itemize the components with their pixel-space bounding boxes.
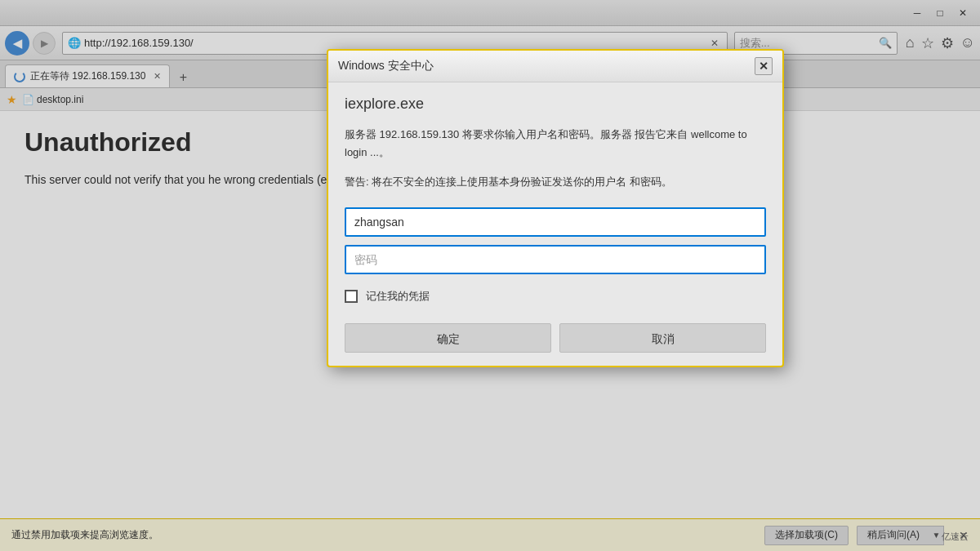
dialog-titlebar: Windows 安全中心 ✕ [328, 51, 782, 82]
dialog-warning: 警告: 将在不安全的连接上使用基本身份验证发送你的用户名 和密码。 [345, 173, 766, 191]
dialog-app-name: iexplore.exe [345, 96, 766, 113]
dialog-message: 服务器 192.168.159.130 将要求你输入用户名和密码。服务器 报告它… [345, 126, 766, 162]
modal-overlay: Windows 安全中心 ✕ iexplore.exe 服务器 192.168.… [0, 0, 980, 551]
cancel-button[interactable]: 取消 [559, 323, 766, 353]
dialog-buttons: 确定 取消 [345, 323, 766, 353]
dialog-title-text: Windows 安全中心 [338, 59, 434, 73]
remember-checkbox-label: 记住我的凭据 [366, 289, 430, 304]
security-dialog: Windows 安全中心 ✕ iexplore.exe 服务器 192.168.… [327, 49, 784, 367]
ok-button[interactable]: 确定 [345, 323, 551, 353]
remember-checkbox[interactable] [345, 290, 358, 303]
password-input[interactable] [345, 245, 766, 274]
username-input[interactable] [345, 207, 766, 237]
dialog-body: iexplore.exe 服务器 192.168.159.130 将要求你输入用… [328, 82, 782, 366]
remember-credentials-row: 记住我的凭据 [345, 289, 766, 304]
dialog-close-button[interactable]: ✕ [755, 57, 773, 75]
